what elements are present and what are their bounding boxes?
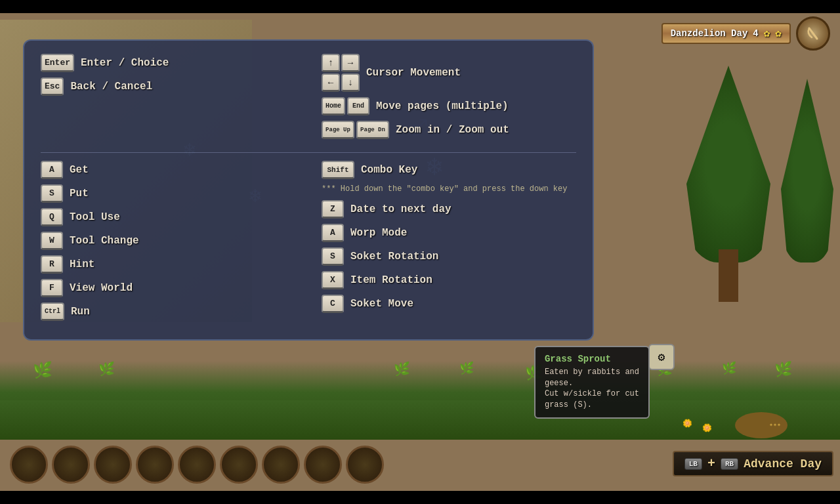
inv-slot-7[interactable] <box>262 446 300 484</box>
sickle-icon <box>796 16 830 51</box>
soket-move-label: Soket Move <box>350 298 413 310</box>
soket-rot-label: Soket Rotation <box>350 251 438 262</box>
key-s-soket: S <box>322 247 344 266</box>
key-up: ↑ <box>322 54 340 72</box>
soket-move-row: C Soket Move <box>322 295 576 313</box>
run-label: Run <box>71 306 90 318</box>
get-label: Get <box>70 164 89 176</box>
key-w: W <box>41 232 63 250</box>
soket-rotation-row: S Soket Rotation <box>322 247 576 266</box>
move-pages-row: Home End Move pages (multiple) <box>322 97 576 116</box>
key-home: Home <box>322 97 345 116</box>
back-cancel-row: Esc Back / Cancel <box>41 77 292 96</box>
inv-slot-9[interactable] <box>346 446 384 484</box>
key-c: C <box>322 295 344 313</box>
tool-change-row: W Tool Change <box>41 232 292 250</box>
pgup-pgdn-group: Page Up Page Dn <box>322 121 389 139</box>
home-end-group: Home End <box>322 97 369 116</box>
key-pgup: Page Up <box>322 121 354 139</box>
get-row: A Get <box>41 161 292 179</box>
key-x: X <box>322 271 344 289</box>
flower-deco-2: ✿ <box>775 27 782 40</box>
zoom-label: Zoom in / Zoom out <box>396 124 509 136</box>
key-right: → <box>341 54 360 72</box>
tooltip-line4: grass (S). <box>545 400 592 410</box>
flower-deco-1: ✿ <box>764 27 770 40</box>
tooltip-body: Eaten by rabbits and geese. Cut w/sickle… <box>545 367 639 411</box>
key-down: ↓ <box>341 74 360 92</box>
key-a-worp: A <box>322 224 344 242</box>
tree <box>669 66 788 302</box>
inv-slot-2[interactable] <box>52 446 90 484</box>
key-a-get: A <box>41 161 63 179</box>
hud-top-right: Danzdelion Day 4 ✿ ✿ <box>662 16 830 51</box>
inv-slot-5[interactable] <box>178 446 216 484</box>
rb-badge: RB <box>721 458 738 470</box>
key-s-put: S <box>41 184 63 203</box>
combo-key-row: Shift Combo Key <box>322 161 576 179</box>
day-label: Danzdelion Day <box>671 28 748 39</box>
tooltip-icon: ⚙ <box>648 344 675 370</box>
pages-label: Move pages (multiple) <box>376 100 509 112</box>
inv-slot-4[interactable] <box>136 446 174 484</box>
left-controls: Enter Enter / Choice Esc Back / Cancel <box>41 54 302 144</box>
tool-change-label: Tool Change <box>70 235 139 247</box>
flower-yellow-2: 🌼 <box>702 423 712 433</box>
view-world-row: F View World <box>41 279 292 297</box>
help-panel: Enter Enter / Choice Esc Back / Cancel ↑… <box>23 39 594 341</box>
grass-area: 🌿 🌿 🌿 🌿 🌿 🌿 🌿 🌿 <box>0 361 840 440</box>
zoom-row: Page Up Page Dn Zoom in / Zoom out <box>322 121 576 139</box>
key-end: End <box>347 97 369 116</box>
key-f: F <box>41 279 63 297</box>
lb-badge: LB <box>684 458 702 470</box>
right-controls-top: ↑ ← ↓ → Cursor Movement Home End Move pa… <box>315 54 576 144</box>
inv-slot-8[interactable] <box>304 446 342 484</box>
worp-label: Worp Mode <box>350 227 407 239</box>
day-banner: Danzdelion Day 4 ✿ ✿ <box>662 23 791 44</box>
put-row: S Put <box>41 184 292 203</box>
cursor-label: Cursor Movement <box>366 67 461 79</box>
tooltip-line3: Cut w/sickle for cut <box>545 389 639 398</box>
combo-key-label: Combo Key <box>361 164 417 176</box>
bottom-hud: LB + RB Advance Day <box>0 438 840 491</box>
inv-slot-1[interactable] <box>10 446 48 484</box>
item-sparkle: ✦✦✦ <box>769 421 781 429</box>
enter-choice-row: Enter Enter / Choice <box>41 54 292 72</box>
key-esc: Esc <box>41 77 64 96</box>
inventory-slots <box>0 446 384 484</box>
advance-day-label: Advance Day <box>744 457 822 471</box>
date-next-day-row: Z Date to next day <box>322 200 576 219</box>
key-pgdn: Page Dn <box>356 121 389 139</box>
date-label: Date to next day <box>350 203 452 215</box>
plus-icon: + <box>707 456 715 471</box>
tooltip-line1: Eaten by rabbits and <box>545 368 639 377</box>
tool-use-row: Q Tool Use <box>41 208 292 226</box>
flower-yellow: 🌼 <box>682 419 692 429</box>
back-label: Back / Cancel <box>70 81 152 93</box>
combo-note: *** Hold down the "combo key" and press … <box>322 184 576 194</box>
item-rot-label: Item Rotation <box>350 274 432 286</box>
day-number: 4 <box>753 28 758 39</box>
hint-row: R Hint <box>41 255 292 274</box>
item-rotation-row: X Item Rotation <box>322 271 576 289</box>
key-shift: Shift <box>322 161 354 179</box>
tooltip-line2: geese. <box>545 379 573 388</box>
worp-mode-row: A Worp Mode <box>322 224 576 242</box>
inv-slot-6[interactable] <box>220 446 258 484</box>
view-world-label: View World <box>70 282 133 294</box>
run-row: Ctrl Run <box>41 303 292 321</box>
hint-label: Hint <box>70 259 94 270</box>
cursor-movement-row: ↑ ← ↓ → Cursor Movement <box>322 54 576 92</box>
tool-use-label: Tool Use <box>70 211 120 223</box>
key-z: Z <box>322 200 344 219</box>
enter-label: Enter / Choice <box>81 57 169 69</box>
tooltip-box: ⚙ Grass Sprout Eaten by rabbits and gees… <box>534 346 650 419</box>
arrow-key-group: ↑ ← ↓ → <box>322 54 360 92</box>
left-action-controls: A Get S Put Q Tool Use W Tool Change R H… <box>41 161 302 326</box>
key-q: Q <box>41 208 63 226</box>
key-r: R <box>41 255 63 274</box>
key-ctrl: Ctrl <box>41 303 64 321</box>
inv-slot-3[interactable] <box>94 446 132 484</box>
bottom-bar <box>0 491 840 504</box>
advance-day-banner: LB + RB Advance Day <box>673 451 833 476</box>
